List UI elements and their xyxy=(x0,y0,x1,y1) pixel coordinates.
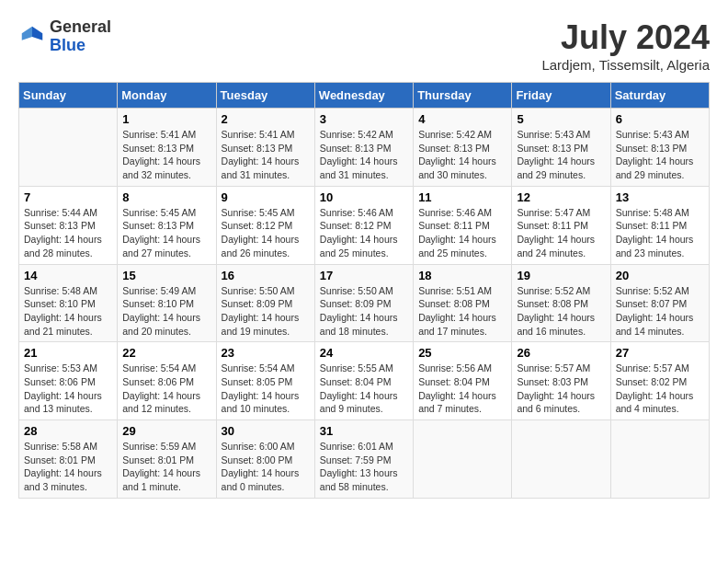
calendar-cell: 3Sunrise: 5:42 AMSunset: 8:13 PMDaylight… xyxy=(314,109,413,187)
calendar-cell: 23Sunrise: 5:54 AMSunset: 8:05 PMDayligh… xyxy=(216,342,314,420)
day-info: Sunrise: 5:57 AMSunset: 8:03 PMDaylight:… xyxy=(517,362,605,416)
calendar-cell: 10Sunrise: 5:46 AMSunset: 8:12 PMDayligh… xyxy=(314,186,413,264)
day-info: Sunrise: 5:44 AMSunset: 8:13 PMDaylight:… xyxy=(24,206,112,260)
day-number: 17 xyxy=(320,269,408,282)
calendar-cell: 4Sunrise: 5:42 AMSunset: 8:13 PMDaylight… xyxy=(414,109,512,187)
title-block: July 2024 Lardjem, Tissemsilt, Algeria xyxy=(541,18,710,73)
day-info: Sunrise: 5:43 AMSunset: 8:13 PMDaylight:… xyxy=(517,128,605,182)
header-day-thursday: Thursday xyxy=(414,83,512,109)
calendar-cell: 14Sunrise: 5:48 AMSunset: 8:10 PMDayligh… xyxy=(19,264,118,342)
calendar-cell: 30Sunrise: 6:00 AMSunset: 8:00 PMDayligh… xyxy=(216,420,314,499)
day-number: 10 xyxy=(320,190,408,204)
day-number: 26 xyxy=(517,346,605,360)
svg-marker-0 xyxy=(32,27,42,40)
calendar-cell: 18Sunrise: 5:51 AMSunset: 8:08 PMDayligh… xyxy=(414,264,512,342)
day-number: 4 xyxy=(418,112,506,126)
page-header: General Blue July 2024 Lardjem, Tissemsi… xyxy=(18,18,710,73)
day-number: 7 xyxy=(24,190,112,204)
day-info: Sunrise: 5:54 AMSunset: 8:05 PMDaylight:… xyxy=(222,362,310,416)
calendar-cell: 31Sunrise: 6:01 AMSunset: 7:59 PMDayligh… xyxy=(314,420,413,499)
calendar-cell xyxy=(610,420,709,499)
day-info: Sunrise: 5:48 AMSunset: 8:11 PMDaylight:… xyxy=(616,206,704,260)
day-info: Sunrise: 5:41 AMSunset: 8:13 PMDaylight:… xyxy=(222,128,310,182)
day-info: Sunrise: 5:46 AMSunset: 8:12 PMDaylight:… xyxy=(320,206,408,260)
calendar-header-row: SundayMondayTuesdayWednesdayThursdayFrid… xyxy=(19,83,710,109)
day-info: Sunrise: 5:59 AMSunset: 8:01 PMDaylight:… xyxy=(122,440,210,494)
day-number: 11 xyxy=(418,190,506,204)
header-day-tuesday: Tuesday xyxy=(216,83,314,109)
calendar-cell xyxy=(512,420,610,499)
day-number: 13 xyxy=(616,190,704,204)
day-info: Sunrise: 5:42 AMSunset: 8:13 PMDaylight:… xyxy=(418,128,506,182)
day-info: Sunrise: 5:48 AMSunset: 8:10 PMDaylight:… xyxy=(24,284,112,339)
main-title: July 2024 xyxy=(541,18,710,57)
calendar-week-row: 28Sunrise: 5:58 AMSunset: 8:01 PMDayligh… xyxy=(19,420,710,499)
header-day-monday: Monday xyxy=(118,83,216,109)
header-day-saturday: Saturday xyxy=(610,83,709,109)
calendar-cell: 13Sunrise: 5:48 AMSunset: 8:11 PMDayligh… xyxy=(610,186,709,264)
calendar-week-row: 21Sunrise: 5:53 AMSunset: 8:06 PMDayligh… xyxy=(19,342,710,420)
day-info: Sunrise: 5:43 AMSunset: 8:13 PMDaylight:… xyxy=(616,128,704,182)
calendar-cell xyxy=(414,420,512,499)
calendar-cell: 12Sunrise: 5:47 AMSunset: 8:11 PMDayligh… xyxy=(512,186,610,264)
day-number: 29 xyxy=(122,424,210,438)
day-number: 19 xyxy=(517,269,605,282)
day-number: 20 xyxy=(616,269,704,282)
day-info: Sunrise: 6:01 AMSunset: 7:59 PMDaylight:… xyxy=(320,440,408,494)
day-info: Sunrise: 5:45 AMSunset: 8:13 PMDaylight:… xyxy=(122,206,210,260)
day-number: 12 xyxy=(517,190,605,204)
calendar-cell: 8Sunrise: 5:45 AMSunset: 8:13 PMDaylight… xyxy=(118,186,216,264)
logo-text: General Blue xyxy=(50,18,111,55)
day-info: Sunrise: 5:42 AMSunset: 8:13 PMDaylight:… xyxy=(320,128,408,182)
day-info: Sunrise: 5:56 AMSunset: 8:04 PMDaylight:… xyxy=(418,362,506,416)
day-info: Sunrise: 5:41 AMSunset: 8:13 PMDaylight:… xyxy=(122,128,210,182)
header-day-wednesday: Wednesday xyxy=(314,83,413,109)
day-number: 18 xyxy=(418,269,506,282)
calendar-cell: 20Sunrise: 5:52 AMSunset: 8:07 PMDayligh… xyxy=(610,264,709,342)
day-number: 21 xyxy=(24,346,112,360)
day-info: Sunrise: 5:52 AMSunset: 8:07 PMDaylight:… xyxy=(616,284,704,339)
day-info: Sunrise: 5:50 AMSunset: 8:09 PMDaylight:… xyxy=(320,284,408,339)
logo-icon xyxy=(18,23,46,51)
day-info: Sunrise: 5:54 AMSunset: 8:06 PMDaylight:… xyxy=(122,362,210,416)
calendar-cell: 11Sunrise: 5:46 AMSunset: 8:11 PMDayligh… xyxy=(414,186,512,264)
day-number: 22 xyxy=(122,346,210,360)
day-number: 6 xyxy=(616,112,704,126)
calendar-cell: 16Sunrise: 5:50 AMSunset: 8:09 PMDayligh… xyxy=(216,264,314,342)
day-number: 1 xyxy=(122,112,210,126)
day-number: 30 xyxy=(222,424,310,438)
calendar-cell: 19Sunrise: 5:52 AMSunset: 8:08 PMDayligh… xyxy=(512,264,610,342)
calendar-cell: 7Sunrise: 5:44 AMSunset: 8:13 PMDaylight… xyxy=(19,186,118,264)
calendar-cell: 27Sunrise: 5:57 AMSunset: 8:02 PMDayligh… xyxy=(610,342,709,420)
calendar-cell: 24Sunrise: 5:55 AMSunset: 8:04 PMDayligh… xyxy=(314,342,413,420)
calendar-cell: 22Sunrise: 5:54 AMSunset: 8:06 PMDayligh… xyxy=(118,342,216,420)
calendar-cell: 15Sunrise: 5:49 AMSunset: 8:10 PMDayligh… xyxy=(118,264,216,342)
day-number: 15 xyxy=(122,269,210,282)
day-number: 9 xyxy=(222,190,310,204)
calendar-cell: 17Sunrise: 5:50 AMSunset: 8:09 PMDayligh… xyxy=(314,264,413,342)
calendar-cell: 29Sunrise: 5:59 AMSunset: 8:01 PMDayligh… xyxy=(118,420,216,499)
header-day-sunday: Sunday xyxy=(19,83,118,109)
day-info: Sunrise: 5:46 AMSunset: 8:11 PMDaylight:… xyxy=(418,206,506,260)
day-info: Sunrise: 5:53 AMSunset: 8:06 PMDaylight:… xyxy=(24,362,112,416)
day-number: 25 xyxy=(418,346,506,360)
day-number: 27 xyxy=(616,346,704,360)
calendar-week-row: 7Sunrise: 5:44 AMSunset: 8:13 PMDaylight… xyxy=(19,186,710,264)
day-number: 16 xyxy=(222,269,310,282)
day-number: 24 xyxy=(320,346,408,360)
day-info: Sunrise: 5:47 AMSunset: 8:11 PMDaylight:… xyxy=(517,206,605,260)
calendar-cell: 9Sunrise: 5:45 AMSunset: 8:12 PMDaylight… xyxy=(216,186,314,264)
day-info: Sunrise: 5:57 AMSunset: 8:02 PMDaylight:… xyxy=(616,362,704,416)
calendar-cell: 25Sunrise: 5:56 AMSunset: 8:04 PMDayligh… xyxy=(414,342,512,420)
calendar-cell xyxy=(19,109,118,187)
calendar-cell: 6Sunrise: 5:43 AMSunset: 8:13 PMDaylight… xyxy=(610,109,709,187)
calendar-week-row: 1Sunrise: 5:41 AMSunset: 8:13 PMDaylight… xyxy=(19,109,710,187)
day-number: 5 xyxy=(517,112,605,126)
day-number: 8 xyxy=(122,190,210,204)
day-info: Sunrise: 5:51 AMSunset: 8:08 PMDaylight:… xyxy=(418,284,506,339)
day-info: Sunrise: 5:58 AMSunset: 8:01 PMDaylight:… xyxy=(24,440,112,494)
day-info: Sunrise: 5:55 AMSunset: 8:04 PMDaylight:… xyxy=(320,362,408,416)
calendar-cell: 5Sunrise: 5:43 AMSunset: 8:13 PMDaylight… xyxy=(512,109,610,187)
day-number: 14 xyxy=(24,269,112,282)
day-number: 3 xyxy=(320,112,408,126)
